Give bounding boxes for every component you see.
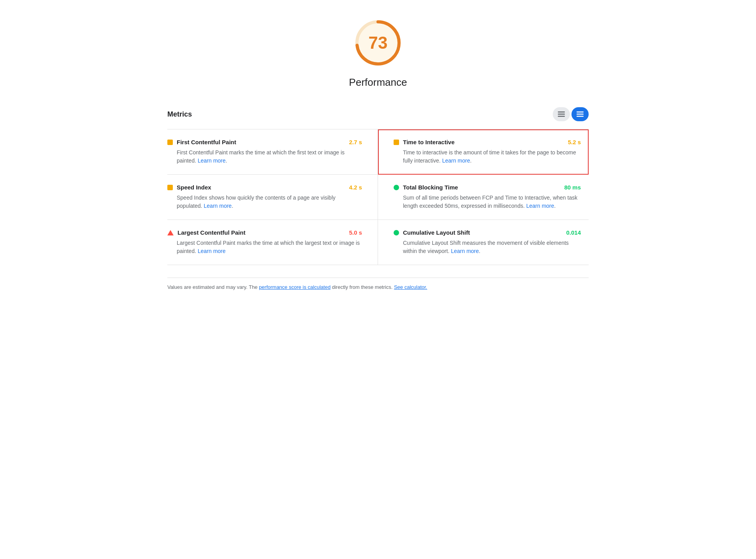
metric-value: 5.2 s xyxy=(568,139,581,145)
metrics-label: Metrics xyxy=(167,110,192,119)
metric-name: Speed Index xyxy=(177,184,211,191)
metric-cell-si: Speed Index 4.2 s Speed Index shows how … xyxy=(167,175,378,220)
metric-cell-cls: Cumulative Layout Shift 0.014 Cumulative… xyxy=(378,220,589,265)
metric-header-row: Largest Contentful Paint 5.0 s xyxy=(167,229,362,236)
metric-description: First Contentful Paint marks the time at… xyxy=(177,149,362,165)
footer-text-before: Values are estimated and may vary. The xyxy=(167,284,259,290)
detail-icon xyxy=(577,111,584,118)
metric-description: Speed Index shows how quickly the conten… xyxy=(177,194,362,210)
learn-more-link[interactable]: Learn more xyxy=(204,203,232,209)
metric-header-row: Total Blocking Time 80 ms xyxy=(394,184,581,191)
red-triangle-icon xyxy=(167,230,174,235)
metric-value: 80 ms xyxy=(564,184,581,191)
metric-name: Largest Contentful Paint xyxy=(177,229,245,236)
metric-header-row: First Contentful Paint 2.7 s xyxy=(167,139,362,145)
metric-title-group: First Contentful Paint xyxy=(167,139,236,145)
score-value: 73 xyxy=(369,33,388,53)
metric-cell-lcp: Largest Contentful Paint 5.0 s Largest C… xyxy=(167,220,378,265)
learn-more-link[interactable]: Learn more xyxy=(526,203,554,209)
metric-description: Largest Contentful Paint marks the time … xyxy=(177,239,362,255)
metric-name: First Contentful Paint xyxy=(177,139,236,145)
metric-name: Time to Interactive xyxy=(403,139,454,145)
metric-description: Sum of all time periods between FCP and … xyxy=(403,194,581,210)
svg-rect-7 xyxy=(577,116,584,117)
metric-value: 2.7 s xyxy=(349,139,362,145)
score-title: Performance xyxy=(349,76,407,88)
footer-link-calculator-link[interactable]: performance score is calculated xyxy=(259,284,331,290)
orange-square-icon xyxy=(167,140,173,145)
metric-title-group: Largest Contentful Paint xyxy=(167,229,245,236)
detail-view-button[interactable] xyxy=(571,107,589,121)
metric-header-row: Speed Index 4.2 s xyxy=(167,184,362,191)
score-section: 73 Performance xyxy=(167,16,589,92)
svg-rect-3 xyxy=(558,114,565,115)
metric-value: 4.2 s xyxy=(349,184,362,191)
footer-note: Values are estimated and may vary. The p… xyxy=(167,278,589,290)
footer-text-middle: directly from these metrics. xyxy=(330,284,394,290)
metrics-header: Metrics xyxy=(167,107,589,121)
svg-rect-2 xyxy=(558,111,565,113)
metric-cell-tbt: Total Blocking Time 80 ms Sum of all tim… xyxy=(378,175,589,220)
svg-rect-6 xyxy=(577,114,584,115)
orange-square-icon xyxy=(394,140,399,145)
metric-title-group: Cumulative Layout Shift xyxy=(394,229,470,236)
score-circle: 73 xyxy=(351,16,405,70)
learn-more-link[interactable]: Learn more xyxy=(198,248,226,254)
svg-rect-5 xyxy=(577,111,584,113)
learn-more-link[interactable]: Learn more xyxy=(198,157,226,164)
list-view-button[interactable] xyxy=(553,107,570,121)
metric-cell-tti: Time to Interactive 5.2 s Time to intera… xyxy=(378,129,589,175)
metric-header-row: Time to Interactive 5.2 s xyxy=(394,139,581,145)
metrics-grid: First Contentful Paint 2.7 s First Conte… xyxy=(167,129,589,265)
metric-description: Time to interactive is the amount of tim… xyxy=(403,149,581,165)
green-circle-icon xyxy=(394,185,399,190)
metric-value: 5.0 s xyxy=(349,229,362,236)
metric-name: Cumulative Layout Shift xyxy=(403,229,470,236)
footer-link-see-calculator[interactable]: See calculator. xyxy=(394,284,427,290)
metric-header-row: Cumulative Layout Shift 0.014 xyxy=(394,229,581,236)
metric-value: 0.014 xyxy=(566,229,581,236)
metric-cell-fcp: First Contentful Paint 2.7 s First Conte… xyxy=(167,129,378,175)
orange-square-icon xyxy=(167,185,173,190)
metric-description: Cumulative Layout Shift measures the mov… xyxy=(403,239,581,255)
learn-more-link[interactable]: Learn more xyxy=(451,248,479,254)
green-circle-icon xyxy=(394,230,399,235)
metric-name: Total Blocking Time xyxy=(403,184,458,191)
learn-more-link[interactable]: Learn more xyxy=(442,157,470,164)
header-buttons xyxy=(553,107,589,121)
metric-title-group: Time to Interactive xyxy=(394,139,454,145)
metric-title-group: Total Blocking Time xyxy=(394,184,458,191)
svg-rect-4 xyxy=(558,116,565,117)
list-icon xyxy=(558,111,565,118)
metric-title-group: Speed Index xyxy=(167,184,211,191)
